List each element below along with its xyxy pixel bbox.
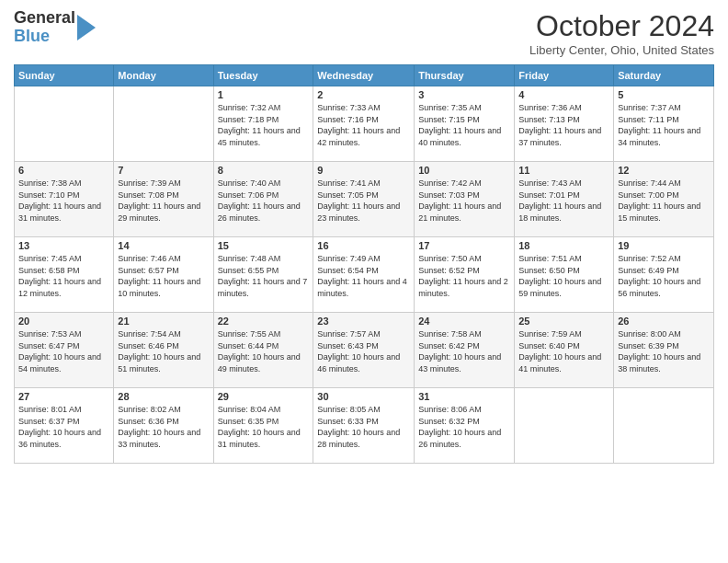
day-info: Sunrise: 7:55 AM Sunset: 6:44 PM Dayligh… bbox=[218, 328, 310, 374]
day-info: Sunrise: 7:52 AM Sunset: 6:49 PM Dayligh… bbox=[618, 253, 710, 299]
day-number: 21 bbox=[118, 316, 209, 327]
calendar-cell: 7Sunrise: 7:39 AM Sunset: 7:08 PM Daylig… bbox=[114, 162, 213, 237]
calendar-cell: 27Sunrise: 8:01 AM Sunset: 6:37 PM Dayli… bbox=[15, 388, 114, 464]
calendar-cell: 19Sunrise: 7:52 AM Sunset: 6:49 PM Dayli… bbox=[614, 237, 714, 313]
calendar-cell: 20Sunrise: 7:53 AM Sunset: 6:47 PM Dayli… bbox=[15, 313, 114, 388]
calendar-cell: 2Sunrise: 7:33 AM Sunset: 7:16 PM Daylig… bbox=[313, 86, 415, 162]
day-info: Sunrise: 7:43 AM Sunset: 7:01 PM Dayligh… bbox=[518, 178, 609, 224]
calendar-cell: 21Sunrise: 7:54 AM Sunset: 6:46 PM Dayli… bbox=[114, 313, 213, 388]
week-row-1: 6Sunrise: 7:38 AM Sunset: 7:10 PM Daylig… bbox=[15, 162, 714, 237]
calendar-body: 1Sunrise: 7:32 AM Sunset: 7:18 PM Daylig… bbox=[15, 86, 714, 464]
day-info: Sunrise: 7:37 AM Sunset: 7:11 PM Dayligh… bbox=[618, 102, 710, 148]
logo-icon bbox=[77, 15, 96, 40]
day-number: 15 bbox=[218, 240, 310, 251]
day-number: 12 bbox=[618, 165, 710, 176]
calendar-cell: 3Sunrise: 7:35 AM Sunset: 7:15 PM Daylig… bbox=[415, 86, 515, 162]
day-number: 17 bbox=[418, 240, 510, 251]
day-info: Sunrise: 7:42 AM Sunset: 7:03 PM Dayligh… bbox=[418, 178, 510, 224]
calendar-cell: 1Sunrise: 7:32 AM Sunset: 7:18 PM Daylig… bbox=[213, 86, 313, 162]
week-row-4: 27Sunrise: 8:01 AM Sunset: 6:37 PM Dayli… bbox=[15, 388, 714, 464]
day-number: 20 bbox=[18, 316, 109, 327]
day-info: Sunrise: 7:32 AM Sunset: 7:18 PM Dayligh… bbox=[218, 102, 310, 148]
day-number: 5 bbox=[618, 89, 710, 100]
month-title: October 2024 bbox=[529, 9, 714, 43]
day-info: Sunrise: 8:06 AM Sunset: 6:32 PM Dayligh… bbox=[418, 404, 510, 450]
day-info: Sunrise: 7:58 AM Sunset: 6:42 PM Dayligh… bbox=[418, 328, 510, 374]
day-info: Sunrise: 7:46 AM Sunset: 6:57 PM Dayligh… bbox=[118, 253, 209, 299]
calendar-cell: 25Sunrise: 7:59 AM Sunset: 6:40 PM Dayli… bbox=[515, 313, 614, 388]
day-number: 2 bbox=[317, 89, 410, 100]
weekday-header-saturday: Saturday bbox=[614, 65, 714, 86]
day-number: 14 bbox=[118, 240, 209, 251]
day-info: Sunrise: 7:39 AM Sunset: 7:08 PM Dayligh… bbox=[118, 178, 209, 224]
day-info: Sunrise: 7:38 AM Sunset: 7:10 PM Dayligh… bbox=[18, 178, 109, 224]
day-number: 8 bbox=[218, 165, 310, 176]
calendar-cell: 18Sunrise: 7:51 AM Sunset: 6:50 PM Dayli… bbox=[515, 237, 614, 313]
calendar-cell: 12Sunrise: 7:44 AM Sunset: 7:00 PM Dayli… bbox=[614, 162, 714, 237]
weekday-header-friday: Friday bbox=[515, 65, 614, 86]
logo-text: General Blue bbox=[14, 9, 75, 46]
calendar-cell: 5Sunrise: 7:37 AM Sunset: 7:11 PM Daylig… bbox=[614, 86, 714, 162]
title-block: October 2024 Liberty Center, Ohio, Unite… bbox=[529, 9, 714, 57]
day-number: 25 bbox=[518, 316, 609, 327]
calendar-cell: 28Sunrise: 8:02 AM Sunset: 6:36 PM Dayli… bbox=[114, 388, 213, 464]
day-number: 11 bbox=[518, 165, 609, 176]
calendar-cell: 23Sunrise: 7:57 AM Sunset: 6:43 PM Dayli… bbox=[313, 313, 415, 388]
day-info: Sunrise: 7:51 AM Sunset: 6:50 PM Dayligh… bbox=[518, 253, 609, 299]
calendar-cell: 8Sunrise: 7:40 AM Sunset: 7:06 PM Daylig… bbox=[213, 162, 313, 237]
day-info: Sunrise: 7:33 AM Sunset: 7:16 PM Dayligh… bbox=[317, 102, 410, 148]
calendar-cell: 14Sunrise: 7:46 AM Sunset: 6:57 PM Dayli… bbox=[114, 237, 213, 313]
logo-general: General bbox=[14, 9, 75, 28]
calendar-cell: 11Sunrise: 7:43 AM Sunset: 7:01 PM Dayli… bbox=[515, 162, 614, 237]
week-row-0: 1Sunrise: 7:32 AM Sunset: 7:18 PM Daylig… bbox=[15, 86, 714, 162]
calendar-cell: 24Sunrise: 7:58 AM Sunset: 6:42 PM Dayli… bbox=[415, 313, 515, 388]
calendar-cell: 31Sunrise: 8:06 AM Sunset: 6:32 PM Dayli… bbox=[415, 388, 515, 464]
calendar-cell: 15Sunrise: 7:48 AM Sunset: 6:55 PM Dayli… bbox=[213, 237, 313, 313]
day-info: Sunrise: 7:57 AM Sunset: 6:43 PM Dayligh… bbox=[317, 328, 410, 374]
day-info: Sunrise: 7:54 AM Sunset: 6:46 PM Dayligh… bbox=[118, 328, 209, 374]
day-number: 30 bbox=[317, 391, 410, 402]
day-number: 28 bbox=[118, 391, 209, 402]
day-number: 9 bbox=[317, 165, 410, 176]
calendar-cell: 10Sunrise: 7:42 AM Sunset: 7:03 PM Dayli… bbox=[415, 162, 515, 237]
day-info: Sunrise: 8:05 AM Sunset: 6:33 PM Dayligh… bbox=[317, 404, 410, 450]
day-number: 1 bbox=[218, 89, 310, 100]
calendar-cell: 13Sunrise: 7:45 AM Sunset: 6:58 PM Dayli… bbox=[15, 237, 114, 313]
day-number: 10 bbox=[418, 165, 510, 176]
location: Liberty Center, Ohio, United States bbox=[529, 43, 714, 57]
day-info: Sunrise: 8:00 AM Sunset: 6:39 PM Dayligh… bbox=[618, 328, 710, 374]
day-number: 22 bbox=[218, 316, 310, 327]
calendar-page: General Blue October 2024 Liberty Center… bbox=[0, 0, 728, 563]
calendar-cell: 29Sunrise: 8:04 AM Sunset: 6:35 PM Dayli… bbox=[213, 388, 313, 464]
calendar-cell: 9Sunrise: 7:41 AM Sunset: 7:05 PM Daylig… bbox=[313, 162, 415, 237]
day-number: 19 bbox=[618, 240, 710, 251]
calendar-cell bbox=[515, 388, 614, 464]
day-number: 7 bbox=[118, 165, 209, 176]
day-number: 27 bbox=[18, 391, 109, 402]
day-info: Sunrise: 7:44 AM Sunset: 7:00 PM Dayligh… bbox=[618, 178, 710, 224]
calendar-cell: 26Sunrise: 8:00 AM Sunset: 6:39 PM Dayli… bbox=[614, 313, 714, 388]
day-info: Sunrise: 8:02 AM Sunset: 6:36 PM Dayligh… bbox=[118, 404, 209, 450]
day-number: 29 bbox=[218, 391, 310, 402]
weekday-header-tuesday: Tuesday bbox=[213, 65, 313, 86]
calendar-cell bbox=[15, 86, 114, 162]
calendar-cell: 17Sunrise: 7:50 AM Sunset: 6:52 PM Dayli… bbox=[415, 237, 515, 313]
day-number: 24 bbox=[418, 316, 510, 327]
weekday-header-monday: Monday bbox=[114, 65, 213, 86]
day-number: 6 bbox=[18, 165, 109, 176]
day-number: 3 bbox=[418, 89, 510, 100]
calendar-cell: 4Sunrise: 7:36 AM Sunset: 7:13 PM Daylig… bbox=[515, 86, 614, 162]
calendar-cell: 16Sunrise: 7:49 AM Sunset: 6:54 PM Dayli… bbox=[313, 237, 415, 313]
day-info: Sunrise: 7:50 AM Sunset: 6:52 PM Dayligh… bbox=[418, 253, 510, 299]
day-info: Sunrise: 7:53 AM Sunset: 6:47 PM Dayligh… bbox=[18, 328, 109, 374]
day-number: 31 bbox=[418, 391, 510, 402]
day-number: 18 bbox=[518, 240, 609, 251]
calendar-cell: 30Sunrise: 8:05 AM Sunset: 6:33 PM Dayli… bbox=[313, 388, 415, 464]
week-row-2: 13Sunrise: 7:45 AM Sunset: 6:58 PM Dayli… bbox=[15, 237, 714, 313]
day-info: Sunrise: 7:35 AM Sunset: 7:15 PM Dayligh… bbox=[418, 102, 510, 148]
day-info: Sunrise: 7:40 AM Sunset: 7:06 PM Dayligh… bbox=[218, 178, 310, 224]
weekday-header-row: SundayMondayTuesdayWednesdayThursdayFrid… bbox=[15, 65, 714, 86]
calendar-cell bbox=[114, 86, 213, 162]
calendar-table: SundayMondayTuesdayWednesdayThursdayFrid… bbox=[14, 64, 714, 464]
weekday-header-sunday: Sunday bbox=[15, 65, 114, 86]
